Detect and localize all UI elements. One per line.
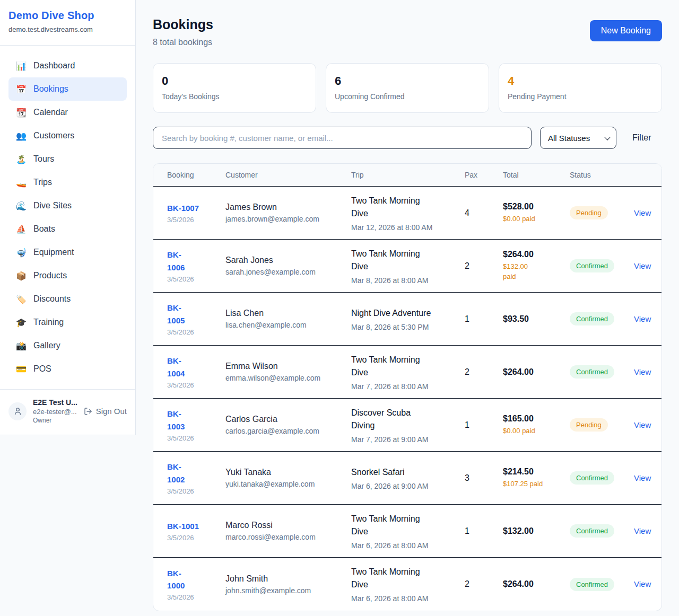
pax-count: 4 <box>465 208 503 218</box>
status-badge: Pending <box>570 418 608 432</box>
status-filter-select[interactable]: All Statuses <box>540 127 616 149</box>
sidebar-item-gallery[interactable]: 📸 Gallery <box>8 334 127 357</box>
stat-value: 6 <box>335 74 480 88</box>
customer-email: john.smith@example.com <box>225 586 351 595</box>
sidebar-item-label: Equipment <box>33 248 74 257</box>
view-link[interactable]: View <box>634 208 651 217</box>
booking-id-link[interactable]: BK- 1004 <box>167 355 225 380</box>
shop-domain: demo.test.divestreams.com <box>8 25 127 33</box>
sidebar-item-equipment[interactable]: 🤿 Equipment <box>8 241 127 264</box>
booking-date: 3/5/2026 <box>167 381 225 389</box>
booking-id-link[interactable]: BK- 1003 <box>167 408 225 433</box>
trip-title: Two Tank Morning Dive <box>351 248 465 273</box>
status-badge: Confirmed <box>570 365 614 379</box>
total-amount: $528.00 <box>503 202 570 212</box>
booking-id-link[interactable]: BK-1007 <box>167 202 225 214</box>
sign-out-button[interactable]: Sign Out <box>84 407 127 416</box>
sidebar-item-dashboard[interactable]: 📊 Dashboard <box>8 54 127 77</box>
trip-datetime: Mar 7, 2026 at 9:00 AM <box>351 435 465 444</box>
sidebar-item-label: Dashboard <box>33 61 75 71</box>
sidebar-item-label: Bookings <box>33 84 68 94</box>
sidebar-item-label: Calendar <box>33 108 68 117</box>
stat-card-todays-bookings: 0 Today's Bookings <box>153 63 316 113</box>
sidebar-item-discounts[interactable]: 🏷️ Discounts <box>8 287 127 311</box>
view-link[interactable]: View <box>634 367 651 376</box>
booking-id-link[interactable]: BK- 1006 <box>167 249 225 274</box>
stats-row: 0 Today's Bookings 6 Upcoming Confirmed … <box>153 63 662 113</box>
customer-name: Marco Rossi <box>225 521 351 530</box>
paid-amount: $0.00 paid <box>503 426 570 436</box>
view-link[interactable]: View <box>634 526 651 535</box>
avatar <box>8 402 27 420</box>
status-badge: Confirmed <box>570 471 614 485</box>
filter-button[interactable]: Filter <box>625 129 659 147</box>
main-content: Bookings 8 total bookings New Booking 0 … <box>136 0 679 616</box>
column-header-trip: Trip <box>351 171 465 179</box>
view-link[interactable]: View <box>634 261 651 270</box>
booking-id-link[interactable]: BK-1001 <box>167 520 225 532</box>
table-row: BK- 1005 3/5/2026 Lisa Chen lisa.chen@ex… <box>153 293 661 346</box>
column-header-status: Status <box>570 171 634 179</box>
user-role: Owner <box>33 417 77 424</box>
sidebar-nav: 📊 Dashboard 📅 Bookings 📆 Calendar 👥 Cust… <box>0 46 135 389</box>
sidebar-item-customers[interactable]: 👥 Customers <box>8 124 127 147</box>
booking-date: 3/5/2026 <box>167 216 225 224</box>
sidebar-item-products[interactable]: 📦 Products <box>8 264 127 287</box>
trip-title: Two Tank Morning Dive <box>351 354 465 379</box>
customer-name: Carlos Garcia <box>225 415 351 424</box>
stat-value: 4 <box>508 74 653 88</box>
trip-title: Two Tank Morning Dive <box>351 566 465 591</box>
stat-label: Pending Payment <box>508 92 653 101</box>
sidebar-item-bookings[interactable]: 📅 Bookings <box>8 77 127 101</box>
view-link[interactable]: View <box>634 473 651 482</box>
paid-amount: $107.25 paid <box>503 479 570 489</box>
package-icon: 📦 <box>16 271 27 281</box>
status-badge: Pending <box>570 206 608 219</box>
island-icon: 🏝️ <box>16 154 27 164</box>
user-box: E2E Test U... e2e-tester@... Owner Sign … <box>0 389 135 435</box>
booking-date: 3/5/2026 <box>167 434 225 442</box>
customer-name: Emma Wilson <box>225 362 351 371</box>
table-header-row: Booking Customer Trip Pax Total Status <box>153 164 661 187</box>
calendar-icon: 📅 <box>16 84 27 94</box>
total-amount: $214.50 <box>503 467 570 477</box>
pax-count: 3 <box>465 473 503 483</box>
pax-count: 1 <box>465 526 503 536</box>
view-link[interactable]: View <box>634 420 651 429</box>
sidebar-item-trips[interactable]: 🚤 Trips <box>8 171 127 194</box>
sidebar-item-training[interactable]: 🎓 Training <box>8 311 127 334</box>
brand-header[interactable]: Demo Dive Shop demo.test.divestreams.com <box>0 0 135 46</box>
table-row: BK-1007 3/5/2026 James Brown james.brown… <box>153 187 661 240</box>
sidebar-item-tours[interactable]: 🏝️ Tours <box>8 147 127 171</box>
trip-datetime: Mar 12, 2026 at 8:00 AM <box>351 223 465 232</box>
customer-email: james.brown@example.com <box>225 215 351 223</box>
trip-title: Discover Scuba Diving <box>351 407 465 432</box>
customer-name: James Brown <box>225 203 351 212</box>
new-booking-button[interactable]: New Booking <box>590 20 662 41</box>
shop-name: Demo Dive Shop <box>8 10 127 22</box>
speedboat-icon: 🚤 <box>16 178 27 188</box>
bar-chart-icon: 📊 <box>16 61 27 71</box>
sidebar: Demo Dive Shop demo.test.divestreams.com… <box>0 0 136 435</box>
sidebar-item-pos[interactable]: 💳 POS <box>8 357 127 381</box>
booking-id-link[interactable]: BK- 1002 <box>167 461 225 486</box>
sidebar-item-boats[interactable]: ⛵ Boats <box>8 217 127 241</box>
table-row: BK- 1006 3/5/2026 Sarah Jones sarah.jone… <box>153 240 661 293</box>
view-link[interactable]: View <box>634 579 651 588</box>
sidebar-item-dive-sites[interactable]: 🌊 Dive Sites <box>8 194 127 217</box>
trip-datetime: Mar 7, 2026 at 8:00 AM <box>351 382 465 391</box>
sidebar-item-calendar[interactable]: 📆 Calendar <box>8 101 127 124</box>
user-email: e2e-tester@... <box>33 408 77 416</box>
table-row: BK-1001 3/5/2026 Marco Rossi marco.rossi… <box>153 505 661 558</box>
booking-id-link[interactable]: BK- 1000 <box>167 567 225 592</box>
booking-id-link[interactable]: BK- 1005 <box>167 302 225 327</box>
stat-card-pending-payment: 4 Pending Payment <box>499 63 662 113</box>
trip-datetime: Mar 6, 2026 at 8:00 AM <box>351 541 465 550</box>
search-input[interactable] <box>153 127 532 149</box>
view-link[interactable]: View <box>634 314 651 323</box>
user-name: E2E Test U... <box>33 398 77 407</box>
customer-email: yuki.tanaka@example.com <box>225 480 351 488</box>
booking-date: 3/5/2026 <box>167 534 225 542</box>
column-header-total: Total <box>503 171 570 179</box>
table-row: BK- 1000 3/5/2026 John Smith john.smith@… <box>153 558 661 611</box>
